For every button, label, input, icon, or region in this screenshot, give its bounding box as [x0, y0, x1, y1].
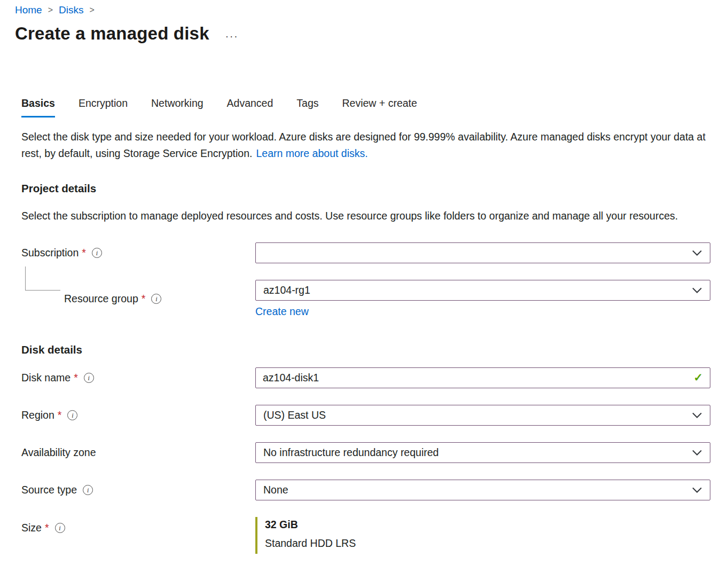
subscription-group: Subscription * i Resource group * i [21, 242, 710, 318]
breadcrumb-separator: > [48, 5, 53, 15]
breadcrumb: Home > Disks > [15, 4, 710, 16]
region-value: (US) East US [263, 409, 326, 421]
intro-text: Select the disk type and size needed for… [21, 129, 708, 162]
page-header: Create a managed disk ··· [15, 23, 710, 44]
resource-group-label: Resource group [64, 293, 138, 305]
availability-zone-row: Availability zone No infrastructure redu… [21, 442, 710, 463]
disk-details-heading: Disk details [21, 343, 710, 356]
breadcrumb-disks-link[interactable]: Disks [59, 4, 83, 16]
size-row: Size * i 32 GiB Standard HDD LRS [21, 517, 710, 554]
chevron-down-icon [692, 487, 702, 493]
size-summary[interactable]: 32 GiB Standard HDD LRS [255, 517, 710, 554]
disk-name-label: Disk name [21, 372, 71, 384]
availability-zone-dropdown[interactable]: No infrastructure redundancy required [255, 442, 710, 463]
source-type-value: None [263, 484, 288, 496]
resource-group-row: Resource group * i az104-rg1 Create new [21, 280, 710, 318]
page-title: Create a managed disk [15, 23, 209, 44]
source-type-row: Source type i None [21, 480, 710, 500]
breadcrumb-home-link[interactable]: Home [15, 4, 42, 16]
project-details-heading: Project details [21, 182, 710, 195]
resource-group-label-group: Resource group * i [21, 293, 255, 305]
breadcrumb-separator: > [89, 5, 94, 15]
availability-zone-value: No infrastructure redundancy required [263, 446, 439, 459]
chevron-down-icon [692, 287, 702, 294]
tab-networking[interactable]: Networking [151, 97, 204, 117]
required-marker: * [82, 247, 86, 259]
size-label: Size [21, 522, 42, 534]
required-marker: * [142, 293, 146, 305]
info-icon[interactable]: i [83, 485, 93, 495]
region-label: Region [21, 409, 54, 421]
required-marker: * [58, 409, 62, 421]
source-type-label-group: Source type i [21, 484, 255, 496]
disk-name-label-group: Disk name * i [21, 372, 255, 384]
more-options-button[interactable]: ··· [225, 25, 239, 42]
chevron-down-icon [692, 412, 702, 419]
size-label-group: Size * i [21, 517, 255, 534]
learn-more-disks-link[interactable]: Learn more about disks. [256, 147, 367, 159]
disk-name-row: Disk name * i ✓ [21, 367, 710, 388]
tab-encryption[interactable]: Encryption [79, 97, 128, 117]
info-icon[interactable]: i [55, 523, 65, 533]
required-marker: * [45, 522, 49, 534]
tab-tags[interactable]: Tags [296, 97, 318, 117]
required-marker: * [74, 372, 78, 384]
create-new-resource-group-link[interactable]: Create new [255, 305, 309, 317]
source-type-control: None [255, 480, 710, 500]
tab-basics[interactable]: Basics [21, 97, 55, 117]
chevron-down-icon [692, 250, 702, 256]
valid-checkmark-icon: ✓ [693, 371, 703, 384]
size-value: 32 GiB [265, 519, 710, 531]
availability-zone-label-group: Availability zone [21, 446, 255, 459]
tab-advanced[interactable]: Advanced [227, 97, 273, 117]
source-type-dropdown[interactable]: None [255, 480, 710, 500]
info-icon[interactable]: i [67, 410, 77, 420]
resource-group-dropdown[interactable]: az104-rg1 [255, 280, 710, 301]
disk-name-control: ✓ [255, 367, 710, 388]
info-icon[interactable]: i [151, 294, 161, 304]
disk-name-input[interactable] [255, 367, 710, 388]
availability-zone-label: Availability zone [21, 446, 96, 459]
tab-review-create[interactable]: Review + create [342, 97, 417, 117]
tab-bar: Basics Encryption Networking Advanced Ta… [21, 97, 710, 117]
chevron-down-icon [692, 450, 702, 456]
availability-zone-control: No infrastructure redundancy required [255, 442, 710, 463]
project-details-description: Select the subscription to manage deploy… [21, 208, 708, 224]
create-managed-disk-page: Home > Disks > Create a managed disk ···… [0, 0, 720, 554]
main-content: Basics Encryption Networking Advanced Ta… [21, 97, 710, 554]
resource-group-control: az104-rg1 Create new [255, 280, 710, 318]
resource-group-value: az104-rg1 [263, 284, 310, 296]
source-type-label: Source type [21, 484, 77, 496]
size-sku: Standard HDD LRS [265, 537, 710, 550]
size-control: 32 GiB Standard HDD LRS [255, 517, 710, 554]
subscription-dropdown[interactable] [255, 242, 710, 263]
subscription-label: Subscription [21, 247, 79, 259]
region-label-group: Region * i [21, 409, 255, 421]
info-icon[interactable]: i [84, 373, 94, 383]
subscription-control [255, 242, 710, 263]
info-icon[interactable]: i [92, 248, 102, 258]
subscription-row: Subscription * i [21, 242, 710, 263]
resource-group-connector-line [25, 266, 60, 291]
region-dropdown[interactable]: (US) East US [255, 405, 710, 426]
region-row: Region * i (US) East US [21, 405, 710, 426]
region-control: (US) East US [255, 405, 710, 426]
subscription-label-group: Subscription * i [21, 247, 255, 259]
create-new-row: Create new [255, 305, 710, 318]
